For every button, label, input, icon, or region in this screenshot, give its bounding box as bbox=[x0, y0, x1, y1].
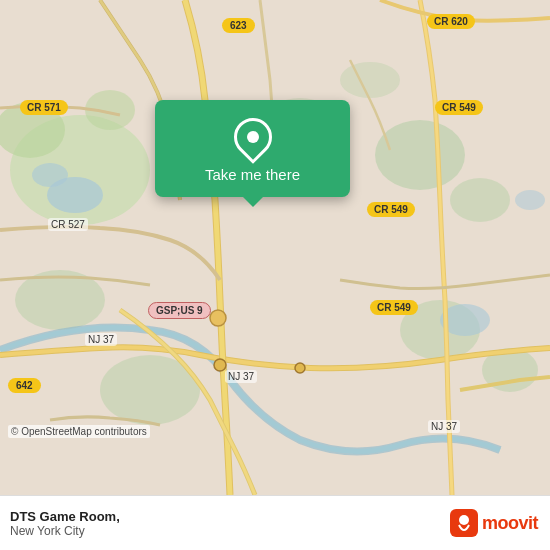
road-label-nj37-mid: NJ 37 bbox=[225, 370, 257, 383]
navigation-popup[interactable]: Take me there bbox=[155, 100, 350, 197]
svg-point-16 bbox=[210, 310, 226, 326]
location-city: New York City bbox=[10, 524, 120, 538]
location-name: DTS Game Room, bbox=[10, 509, 120, 524]
road-label-cr620: CR 620 bbox=[427, 14, 475, 29]
location-info: DTS Game Room, New York City bbox=[10, 509, 120, 538]
moovit-text: moovit bbox=[482, 513, 538, 534]
svg-point-15 bbox=[515, 190, 545, 210]
road-label-642: 642 bbox=[8, 378, 41, 393]
map-container: CR 620 CR 571 CR 549 CR 549 CR 549 CR 52… bbox=[0, 0, 550, 495]
svg-point-18 bbox=[295, 363, 305, 373]
moovit-icon-svg bbox=[450, 509, 478, 537]
popup-label[interactable]: Take me there bbox=[205, 166, 300, 183]
svg-point-11 bbox=[340, 62, 400, 98]
road-label-cr549-top: CR 549 bbox=[435, 100, 483, 115]
svg-point-17 bbox=[214, 359, 226, 371]
location-pin-icon bbox=[226, 110, 280, 164]
road-label-nj37-left: NJ 37 bbox=[85, 333, 117, 346]
road-label-gspus9: GSP;US 9 bbox=[148, 302, 211, 319]
svg-point-13 bbox=[32, 163, 68, 187]
road-label-cr571: CR 571 bbox=[20, 100, 68, 115]
road-label-623: 623 bbox=[222, 18, 255, 33]
svg-point-20 bbox=[459, 515, 469, 525]
svg-point-5 bbox=[450, 178, 510, 222]
road-label-cr549-mid: CR 549 bbox=[367, 202, 415, 217]
road-label-nj37-right: NJ 37 bbox=[428, 420, 460, 433]
svg-point-4 bbox=[375, 120, 465, 190]
moovit-logo: moovit bbox=[450, 509, 538, 537]
bottom-bar: DTS Game Room, New York City moovit bbox=[0, 495, 550, 550]
map-attribution: © OpenStreetMap contributors bbox=[8, 425, 150, 438]
road-label-cr527: CR 527 bbox=[48, 218, 88, 231]
road-label-cr549-bot: CR 549 bbox=[370, 300, 418, 315]
